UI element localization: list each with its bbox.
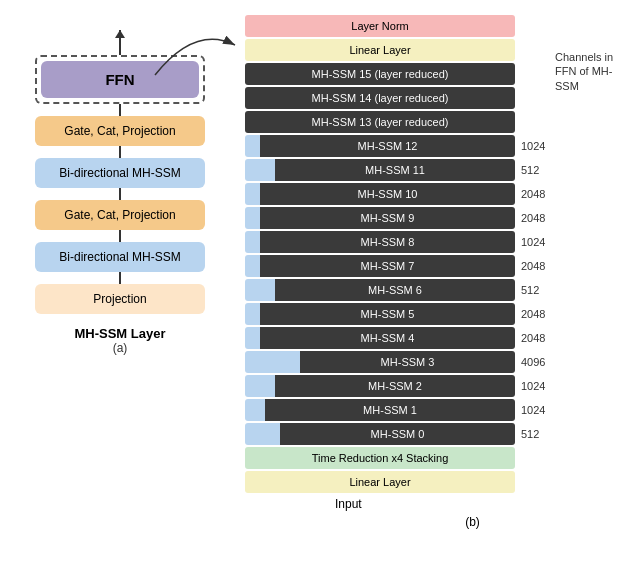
channel-label: 1024 xyxy=(521,236,556,248)
blue-part xyxy=(245,207,260,229)
blue-part xyxy=(245,231,260,253)
blue-part xyxy=(245,159,275,181)
linear-layer-block: Linear Layer xyxy=(245,471,515,493)
diagram-a-subtitle: (a) xyxy=(74,341,165,355)
bar-container: MH-SSM 4 xyxy=(245,327,515,349)
dark-part: MH-SSM 7 xyxy=(260,255,515,277)
bi-ssm2-block: Bi-directional MH-SSM xyxy=(35,242,205,272)
channel-label: 2048 xyxy=(521,188,556,200)
blue-part xyxy=(245,255,260,277)
diagram-a-title: MH-SSM Layer xyxy=(74,326,165,341)
blue-part xyxy=(245,423,280,445)
split-block: MH-SSM 7 xyxy=(245,255,515,277)
dark-part: MH-SSM 4 xyxy=(260,327,515,349)
arrow-up-icon xyxy=(119,30,121,55)
ffn-dashed-box: FFN xyxy=(35,55,205,104)
bar-container: MH-SSM 9 xyxy=(245,207,515,229)
bar-container: MH-SSM 12 xyxy=(245,135,515,157)
list-item: MH-SSM 34096 xyxy=(245,351,585,373)
split-block: MH-SSM 9 xyxy=(245,207,515,229)
right-panel: Channels in FFN of MH-SSM Layer NormLine… xyxy=(230,10,630,577)
blue-part xyxy=(245,327,260,349)
list-item: MH-SSM 11024 xyxy=(245,399,585,421)
blue-part xyxy=(245,303,260,325)
connector xyxy=(119,272,121,284)
bar-container: Time Reduction x4 Stacking xyxy=(245,447,515,469)
channel-label: 2048 xyxy=(521,308,556,320)
connector xyxy=(119,230,121,242)
diagram-b: Layer NormLinear LayerMH-SSM 15 (layer r… xyxy=(245,15,585,495)
bar-container: Linear Layer xyxy=(245,39,515,61)
blue-part xyxy=(245,399,265,421)
list-item: MH-SSM 21024 xyxy=(245,375,585,397)
channel-label: 4096 xyxy=(521,356,556,368)
layer-norm-block: Layer Norm xyxy=(245,15,515,37)
channels-note: Channels in FFN of MH-SSM xyxy=(555,50,630,93)
gate1-block: Gate, Cat, Projection xyxy=(35,116,205,146)
split-block: MH-SSM 11 xyxy=(245,159,515,181)
time-reduction-block: Time Reduction x4 Stacking xyxy=(245,447,515,469)
dark-part: MH-SSM 1 xyxy=(265,399,515,421)
split-block: MH-SSM 12 xyxy=(245,135,515,157)
bar-container: MH-SSM 15 (layer reduced) xyxy=(245,63,515,85)
dark-part: MH-SSM 5 xyxy=(260,303,515,325)
channel-label: 512 xyxy=(521,428,556,440)
bar-container: MH-SSM 13 (layer reduced) xyxy=(245,111,515,133)
left-panel: FFN Gate, Cat, Projection Bi-directional… xyxy=(10,10,230,577)
bar-container: Linear Layer xyxy=(245,471,515,493)
bi-ssm1-block: Bi-directional MH-SSM xyxy=(35,158,205,188)
dark-part: MH-SSM 9 xyxy=(260,207,515,229)
mh-ssm-reduced-block: MH-SSM 13 (layer reduced) xyxy=(245,111,515,133)
dark-part: MH-SSM 11 xyxy=(275,159,515,181)
mh-ssm-reduced-block: MH-SSM 14 (layer reduced) xyxy=(245,87,515,109)
channel-label: 512 xyxy=(521,164,556,176)
channel-label: 1024 xyxy=(521,380,556,392)
channel-label: 512 xyxy=(521,284,556,296)
split-block: MH-SSM 1 xyxy=(245,399,515,421)
label-a: MH-SSM Layer (a) xyxy=(74,326,165,355)
dark-part: MH-SSM 6 xyxy=(275,279,515,301)
dark-part: MH-SSM 12 xyxy=(260,135,515,157)
dark-part: MH-SSM 0 xyxy=(280,423,515,445)
channel-label: 1024 xyxy=(521,140,556,152)
blue-part xyxy=(245,135,260,157)
dark-part: MH-SSM 10 xyxy=(260,183,515,205)
list-item: MH-SSM 102048 xyxy=(245,183,585,205)
bar-container: MH-SSM 7 xyxy=(245,255,515,277)
blue-part xyxy=(245,351,300,373)
dark-part: MH-SSM 8 xyxy=(260,231,515,253)
list-item: Time Reduction x4 Stacking xyxy=(245,447,585,469)
connector xyxy=(119,188,121,200)
dark-part: MH-SSM 3 xyxy=(300,351,515,373)
main-container: FFN Gate, Cat, Projection Bi-directional… xyxy=(0,0,640,587)
list-item: MH-SSM 92048 xyxy=(245,207,585,229)
channel-label: 2048 xyxy=(521,332,556,344)
diagram-a: FFN Gate, Cat, Projection Bi-directional… xyxy=(35,30,205,314)
split-block: MH-SSM 3 xyxy=(245,351,515,373)
channel-label: 2048 xyxy=(521,260,556,272)
list-item: MH-SSM 6512 xyxy=(245,279,585,301)
split-block: MH-SSM 4 xyxy=(245,327,515,349)
bar-container: Layer Norm xyxy=(245,15,515,37)
blue-part xyxy=(245,183,260,205)
bar-container: MH-SSM 8 xyxy=(245,231,515,253)
bar-container: MH-SSM 3 xyxy=(245,351,515,373)
list-item: MH-SSM 72048 xyxy=(245,255,585,277)
blue-part xyxy=(245,375,275,397)
list-item: MH-SSM 121024 xyxy=(245,135,585,157)
input-label: Input xyxy=(335,497,630,511)
dark-part: MH-SSM 2 xyxy=(275,375,515,397)
bar-container: MH-SSM 10 xyxy=(245,183,515,205)
list-item: MH-SSM 13 (layer reduced) xyxy=(245,111,585,133)
gate2-block: Gate, Cat, Projection xyxy=(35,200,205,230)
projection-block: Projection xyxy=(35,284,205,314)
list-item: MH-SSM 81024 xyxy=(245,231,585,253)
connector xyxy=(119,104,121,116)
diagram-b-subtitle: (b) xyxy=(315,515,630,529)
blue-part xyxy=(245,279,275,301)
bar-container: MH-SSM 11 xyxy=(245,159,515,181)
bar-container: MH-SSM 5 xyxy=(245,303,515,325)
connector xyxy=(119,146,121,158)
split-block: MH-SSM 2 xyxy=(245,375,515,397)
bar-container: MH-SSM 0 xyxy=(245,423,515,445)
